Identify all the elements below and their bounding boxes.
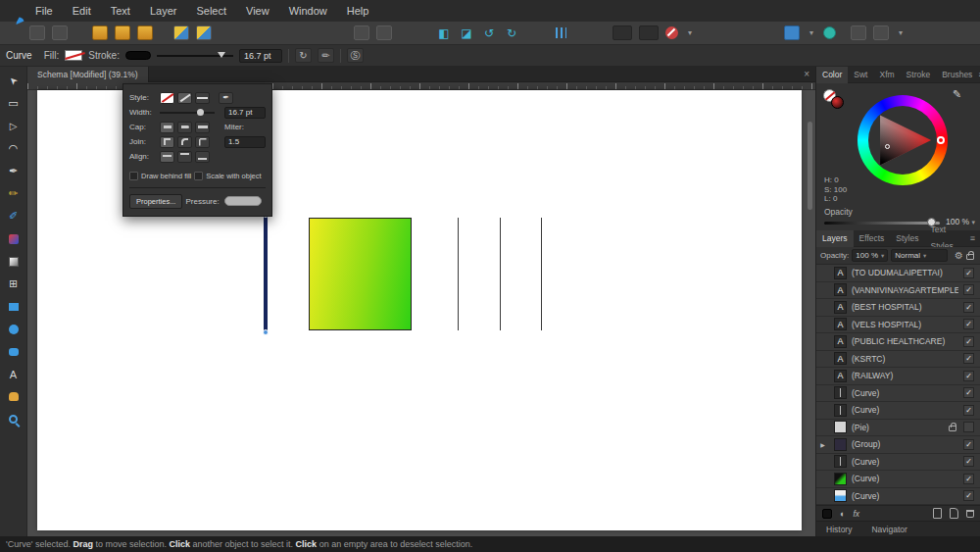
stroke-width-input[interactable]: 16.7 pt: [239, 49, 282, 63]
lock-icon[interactable]: [949, 426, 956, 431]
rounded-rectangle-tool[interactable]: [0, 340, 27, 363]
order-backward-icon[interactable]: [639, 25, 659, 40]
pencil-tool[interactable]: ✏: [0, 182, 27, 205]
rotate-ccw-icon[interactable]: ↺: [481, 25, 497, 40]
symbols-sync-icon[interactable]: Ⓢ: [347, 48, 364, 63]
layer-visibility-checkbox[interactable]: ✓: [963, 268, 974, 278]
vertical-scrollbar[interactable]: [808, 122, 812, 210]
color-opacity-value[interactable]: 100 % ▾: [946, 217, 975, 226]
layer-visibility-checkbox[interactable]: [963, 422, 974, 432]
layer-visibility-checkbox[interactable]: ✓: [963, 387, 974, 398]
insert-inside-icon[interactable]: [115, 25, 130, 40]
pressure-profile-icon[interactable]: ✏: [318, 48, 334, 63]
corner-tool[interactable]: ◠: [0, 137, 27, 160]
insert-behind-icon[interactable]: [92, 25, 108, 40]
close-tab-icon[interactable]: ×: [804, 69, 809, 79]
preview-mode-icon[interactable]: [354, 25, 369, 40]
menu-window[interactable]: Window: [279, 0, 337, 22]
delete-layer-icon[interactable]: [966, 510, 974, 518]
menu-select[interactable]: Select: [186, 0, 236, 22]
layer-row[interactable]: A(PUBLIC HEALTHCARE)✓: [816, 333, 980, 351]
tab-styles[interactable]: Styles: [890, 230, 924, 247]
opacity-slider-knob[interactable]: [927, 218, 936, 226]
toggle-snapping-icon[interactable]: [665, 26, 678, 39]
view-hand-tool[interactable]: [0, 385, 27, 408]
properties-button[interactable]: Properties...: [129, 194, 182, 209]
width-slider[interactable]: [160, 108, 215, 118]
node-tool[interactable]: ▷: [0, 115, 27, 137]
color-wheel[interactable]: [858, 95, 948, 185]
layer-visibility-checkbox[interactable]: ✓: [963, 336, 974, 347]
layer-visibility-checkbox[interactable]: ✓: [963, 474, 974, 484]
insert-on-top-icon[interactable]: [137, 25, 153, 40]
layer-row[interactable]: (Curve)✓: [816, 488, 980, 506]
new-layer-icon[interactable]: [950, 508, 958, 519]
align-outside-button[interactable]: [195, 151, 210, 163]
layer-row[interactable]: (Curve)✓: [816, 385, 980, 403]
layer-effects-icon[interactable]: fx: [853, 509, 859, 519]
rotate-cw-icon[interactable]: ↻: [504, 25, 519, 40]
tab-history[interactable]: History: [816, 522, 861, 537]
butt-cap-button[interactable]: [160, 122, 174, 133]
selected-curve-object[interactable]: [264, 217, 268, 331]
layers-opacity-dropdown[interactable]: 100 %▾: [852, 249, 888, 262]
insert-target-chevron-icon[interactable]: ▾: [807, 25, 816, 40]
layer-row[interactable]: (Curve)✓: [816, 471, 980, 488]
layer-visibility-checkbox[interactable]: ✓: [963, 439, 974, 450]
layer-visibility-checkbox[interactable]: ✓: [963, 456, 974, 467]
menu-text[interactable]: Text: [101, 0, 140, 22]
blend-mode-dropdown[interactable]: Normal▾: [891, 249, 948, 262]
layer-row[interactable]: (Curve)✓: [816, 402, 980, 420]
move-tool[interactable]: ➤: [0, 70, 27, 92]
gradient-rectangle-object[interactable]: [309, 218, 412, 330]
tab-navigator[interactable]: Navigator: [861, 522, 916, 537]
layer-visibility-checkbox[interactable]: ✓: [963, 490, 974, 501]
gear-icon[interactable]: ⚙: [955, 250, 963, 261]
rectangle-tool[interactable]: [0, 295, 27, 318]
fill-tool[interactable]: [0, 227, 27, 250]
bevel-join-button[interactable]: [195, 136, 210, 148]
color-opacity-slider[interactable]: [824, 222, 940, 225]
stroke-width-slider[interactable]: [157, 50, 233, 62]
artistic-text-tool[interactable]: A: [0, 363, 27, 385]
stroke-swatch[interactable]: [125, 51, 151, 60]
round-join-button[interactable]: [177, 136, 192, 148]
menu-view[interactable]: View: [236, 0, 279, 22]
flip-horizontal-icon[interactable]: ◧: [436, 25, 452, 40]
ellipse-tool[interactable]: [0, 318, 27, 340]
options-chevron-icon[interactable]: ▾: [896, 25, 906, 40]
layer-row[interactable]: ▶(Group)✓: [816, 436, 980, 454]
layer-row[interactable]: A(VELS HOSPITAL)✓: [816, 317, 980, 334]
fill-chip-icon[interactable]: [822, 509, 832, 519]
menu-edit[interactable]: Edit: [63, 0, 101, 22]
reverse-direction-icon[interactable]: ↻: [295, 48, 312, 63]
layer-row[interactable]: (Curve)✓: [816, 454, 980, 472]
layer-row[interactable]: (Pie): [816, 420, 980, 437]
tab-layers[interactable]: Layers: [816, 230, 854, 247]
persona-export-icon[interactable]: [52, 25, 68, 40]
draw-behind-fill-checkbox[interactable]: [129, 172, 138, 180]
layer-row[interactable]: A(VANNIVINAYAGARTEMPLE)✓: [816, 282, 980, 300]
alignment-icon[interactable]: [556, 27, 566, 38]
shade-selector-dot[interactable]: [885, 144, 890, 149]
flip-vertical-icon[interactable]: ◪: [459, 25, 474, 40]
tab-effects[interactable]: Effects: [854, 230, 891, 247]
curve-line-object-1[interactable]: [458, 218, 459, 330]
vector-brush-tool[interactable]: ✐: [0, 205, 27, 227]
document-tab[interactable]: Schema [Modified] (39.1%): [27, 67, 149, 82]
layer-visibility-checkbox[interactable]: ✓: [963, 405, 974, 416]
miter-input[interactable]: 1.5: [224, 136, 266, 148]
square-cap-button[interactable]: [195, 122, 210, 133]
eyedropper-icon[interactable]: ✐: [950, 89, 962, 98]
round-cap-button[interactable]: [177, 122, 192, 133]
layer-visibility-checkbox[interactable]: ✓: [963, 284, 974, 295]
curve-line-object-2[interactable]: [500, 218, 501, 330]
menu-file[interactable]: File: [25, 0, 63, 22]
tab-swatches[interactable]: Swt: [848, 67, 873, 83]
pressure-profile[interactable]: [224, 196, 262, 206]
stroke-style-dash-button[interactable]: [195, 92, 210, 104]
layer-row[interactable]: A(KSRTC)✓: [816, 351, 980, 369]
layer-row[interactable]: A(TO UDUMALAIPETTAI)✓: [816, 265, 980, 282]
panel-menu-icon[interactable]: ≡: [970, 233, 975, 243]
layer-visibility-checkbox[interactable]: ✓: [963, 353, 974, 364]
